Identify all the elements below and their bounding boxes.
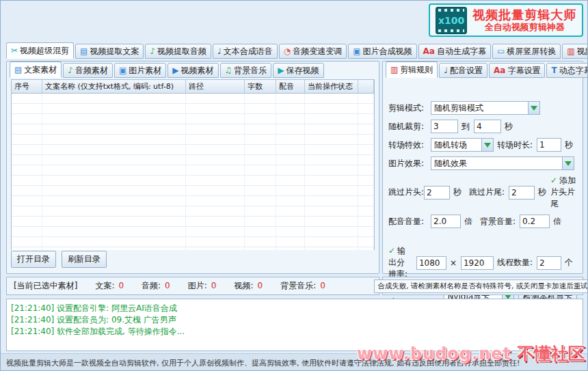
chevron-down-icon[interactable] [562,157,574,169]
log-line: [21:21:40] 设置配音员为: 09.艾槐 广告男声 [11,314,578,326]
material-table-body[interactable] [12,94,374,250]
threads-input[interactable] [537,256,561,270]
skip-tail-label: 跳过片尾: [469,187,505,198]
app-subtitle: 全自动视频剪辑神器 [472,22,576,32]
count-value: 0 [211,281,217,290]
tab-image-to-video[interactable]: ▣ 图片合成视频 [348,44,416,59]
tab-screen-rotate[interactable]: ▭ 横屏竖屏转换 [492,44,561,59]
app-logo: x100 视频批量剪辑大师 全自动视频剪辑神器 [429,3,583,37]
selected-material-label: [当前已选中素材] [14,280,77,292]
threads-unit: 个 [565,257,573,269]
bg-volume-unit: 倍 [553,216,561,228]
clip-rules-form: 剪辑模式: 随机剪辑模式 随机裁剪: 到 秒 转场特效: 随机转场 转场时长: … [383,78,583,336]
refresh-directory-button[interactable]: 刷新目录 [62,251,107,268]
selected-bgm-count: 背景音乐:0 [280,280,325,292]
tab-video-extract-text[interactable]: ▤ 视频提取文案 [75,44,144,59]
subtab-label: 文案素材 [24,64,57,76]
col-wordcount: 字数 [245,80,276,93]
subtab-video-material[interactable]: ▶ 视频素材 [168,63,218,78]
resolution-times: × [450,258,457,268]
crop-from-input[interactable] [431,120,458,133]
material-table: 序号 文案名称 (仅支持txt格式, 编码: utf-8) 路径 字数 配音 当… [11,79,375,250]
tab-video-extract-audio[interactable]: ♪ 视频提取音频 [145,44,211,59]
transition-duration-input[interactable] [537,138,561,152]
disclaimer-bar: 视频批量剪辑大师是一款视频全自动剪辑软件, 仅用于个人原创视频制作、提高剪辑效率… [1,353,588,371]
subtab-image-material[interactable]: ▣ 图片素材 [114,63,166,78]
batch-bars-icon: ▥ [567,46,574,56]
chevron-down-icon[interactable] [481,139,493,151]
image-material-icon: ▣ [119,66,126,75]
subtab-dynamic-subtitle[interactable]: T 动态字幕 [546,63,588,78]
selected-video-count: 视频:0 [234,280,263,292]
audio-material-icon: ♪ [68,66,73,75]
tab-label: 视频批量处理 [577,46,588,57]
bg-volume-input[interactable] [520,215,550,228]
selected-material-bar: [当前已选中素材] 文案:0 音频:0 图片:0 视频:0 背景音乐:0 [6,277,379,295]
disclaimer-text: 视频批量剪辑大师是一款视频全自动剪辑软件, 仅用于个人原创视频制作、提高剪辑效率… [6,358,520,368]
open-directory-button[interactable]: 打开目录 [11,251,56,268]
check-icon: ✓ [388,246,395,256]
resolution-checkbox[interactable]: ✓输出分辨率: [388,245,411,280]
subtab-clip-rules[interactable]: ▥ 剪辑规则 [386,61,438,78]
dynamic-subtitle-icon: T [551,66,557,75]
screen-rotate-icon: ▭ [497,46,505,56]
skip-head-input[interactable] [424,186,450,200]
tab-audio-speed-pitch[interactable]: ◔ 音频变速变调 [279,44,347,59]
app-title: 视频批量剪辑大师 [472,8,576,22]
image-effect-value: 随机效果 [434,158,467,169]
subtab-label: 图片素材 [129,65,161,77]
music-note-icon: ♫ [225,66,232,75]
subtab-label: 剪辑规则 [400,64,433,76]
transition-select[interactable]: 随机转场 [431,138,494,152]
text-material-icon: ▤ [14,65,22,74]
image-effect-label: 图片效果: [388,158,431,169]
microphone-icon: ♩ [217,46,222,56]
subtitle-aa-icon: Aa [494,66,505,75]
clip-mode-label: 剪辑模式: [388,102,431,114]
subtab-bg-music[interactable]: ♫ 背景音乐 [220,63,272,78]
dub-volume-input[interactable] [431,215,461,228]
image-icon: ▣ [353,46,360,56]
film-sprockets-top [438,9,464,12]
scissors-icon: ✂ [11,46,18,55]
subtab-audio-material[interactable]: ♪ 音频素材 [63,63,113,78]
add-head-tail-checkbox[interactable]: ✓添加片头片尾 [550,175,577,210]
tab-label: 视频超级混剪 [20,45,69,57]
subtab-subtitle-settings[interactable]: Aa 字幕设置 [489,63,545,78]
film-sprockets-bottom [438,29,464,32]
material-table-header: 序号 文案名称 (仅支持txt格式, 编码: utf-8) 路径 字数 配音 当… [12,80,374,94]
col-dub: 配音 [276,80,305,93]
tab-label: 自动生成字幕 [437,46,486,57]
skip-tail-input[interactable] [509,186,535,200]
speaker-icon: ♪ [150,46,155,56]
save-video-icon: ▶ [278,66,284,75]
material-tab-bar: ▤ 文案素材 ♪ 音频素材 ▣ 图片素材 ▶ 视频素材 ♫ 背景音乐 ▶ 保存视… [10,63,379,78]
material-panel: ▤ 文案素材 ♪ 音频素材 ▣ 图片素材 ▶ 视频素材 ♫ 背景音乐 ▶ 保存视… [6,61,379,274]
col-name: 文案名称 (仅支持txt格式, 编码: utf-8) [42,80,186,93]
log-line: [21:21:40] 软件全部加载完成, 等待操作指令... [11,326,578,338]
tab-auto-subtitle[interactable]: Aa 自动生成字幕 [418,44,491,59]
clip-mode-select[interactable]: 随机剪辑模式 [431,101,540,115]
chevron-down-icon[interactable] [528,102,539,114]
selected-image-count: 图片:0 [188,280,217,292]
resolution-height-input[interactable] [461,256,494,270]
count-value: 0 [118,281,124,290]
dub-mic-icon: ♩ [444,66,448,75]
logo-badge: x100 [438,16,464,25]
body-col-line [358,94,374,250]
subtab-dub-settings[interactable]: ♩ 配音设置 [439,63,487,78]
gauge-icon: ◔ [284,46,291,56]
crop-to-input[interactable] [474,120,501,133]
video-material-icon: ▶ [172,66,178,75]
subtab-text-material[interactable]: ▤ 文案素材 [10,61,62,78]
resolution-width-input[interactable] [416,256,446,270]
body-col-line [186,94,245,250]
image-effect-select[interactable]: 随机效果 [431,156,574,170]
tab-text-to-speech[interactable]: ♩ 文本合成语音 [213,44,278,59]
dub-volume-label: 配音音量: [388,216,431,228]
tab-video-super-mix[interactable]: ✂ 视频超级混剪 [6,42,74,59]
subtab-save-video[interactable]: ▶ 保存视频 [273,63,323,78]
body-col-line [12,94,42,250]
bg-volume-label: 背景音量: [480,216,516,228]
tab-video-batch[interactable]: ▥ 视频批量处理 [562,44,588,59]
